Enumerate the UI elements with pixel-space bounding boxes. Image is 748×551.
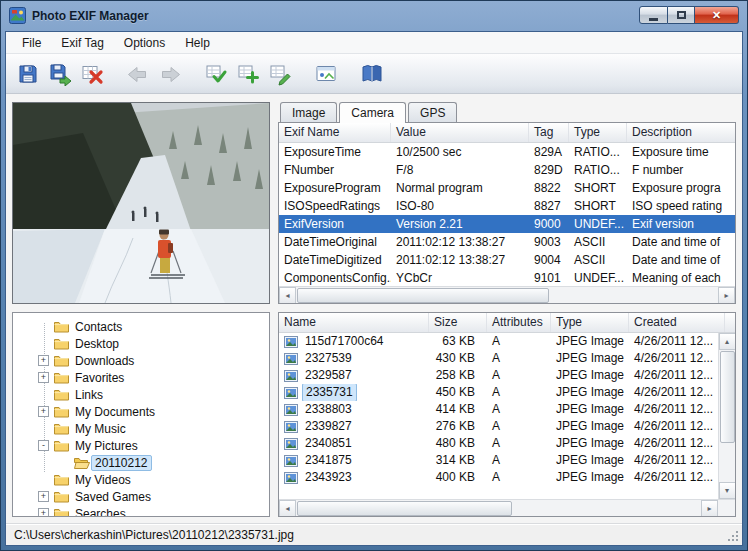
menu-exif-tag[interactable]: Exif Tag xyxy=(51,33,113,53)
tree-item-my-pictures[interactable]: -My Pictures xyxy=(13,437,269,454)
file-cell: 4/26/2011 12... xyxy=(629,333,718,350)
exif-horizontal-scrollbar[interactable]: ◂ ▸ xyxy=(279,286,735,303)
save-as-button[interactable] xyxy=(44,58,76,90)
tree-item-my-videos[interactable]: My Videos xyxy=(13,471,269,488)
file-row[interactable]: 115d71700c6463 KBAJPEG Image4/26/2011 12… xyxy=(279,333,718,350)
exif-column-header[interactable]: Exif Name xyxy=(279,123,391,142)
tree-item-contacts[interactable]: Contacts xyxy=(13,318,269,335)
tree-expander[interactable]: + xyxy=(38,491,49,502)
file-cell: 400 KB xyxy=(429,469,487,486)
validate-tag-button[interactable] xyxy=(200,58,232,90)
exif-column-header[interactable]: Type xyxy=(569,123,627,142)
exif-row[interactable]: ExposureTime10/2500 sec829ARATIO...Expos… xyxy=(279,143,735,161)
tree-item-favorites[interactable]: +Favorites xyxy=(13,369,269,386)
tree-item-my-documents[interactable]: +My Documents xyxy=(13,403,269,420)
tree-expander[interactable]: + xyxy=(38,355,49,366)
tree-expander[interactable]: - xyxy=(38,440,49,451)
scroll-right-icon[interactable]: ▸ xyxy=(718,287,735,304)
save-button[interactable] xyxy=(12,58,44,90)
scroll-left-icon[interactable]: ◂ xyxy=(279,287,296,304)
exif-column-header[interactable]: Value xyxy=(391,123,529,142)
tree-item-searches[interactable]: +Searches xyxy=(13,505,269,517)
delete-tags-button[interactable] xyxy=(76,58,108,90)
file-row[interactable]: 2340851480 KBAJPEG Image4/26/2011 12... xyxy=(279,435,718,452)
files-column-header[interactable]: Name xyxy=(279,313,429,332)
exif-table-header: Exif NameValueTagTypeDescription xyxy=(279,123,735,143)
folder-icon xyxy=(54,337,71,350)
tree-item-desktop[interactable]: Desktop xyxy=(13,335,269,352)
help-button[interactable] xyxy=(356,58,388,90)
file-row[interactable]: 2335731450 KBAJPEG Image4/26/2011 12... xyxy=(279,384,718,401)
exif-row[interactable]: ComponentsConfig...YCbCr9101UNDEF...Mean… xyxy=(279,269,735,286)
tab-image[interactable]: Image xyxy=(280,102,337,122)
tree-expander[interactable]: + xyxy=(38,406,49,417)
tab-gps[interactable]: GPS xyxy=(408,102,457,122)
exif-cell: ISO speed rating xyxy=(627,197,735,215)
undo-button[interactable] xyxy=(122,58,154,90)
file-row[interactable]: 2327539430 KBAJPEG Image4/26/2011 12... xyxy=(279,350,718,367)
exif-row[interactable]: ExifVersionVersion 2.219000UNDEF...Exif … xyxy=(279,215,735,233)
files-vertical-scrollbar[interactable]: ▴ ▾ xyxy=(718,333,735,499)
file-name: 2341875 xyxy=(302,452,355,469)
close-button[interactable]: ✕ xyxy=(695,6,739,24)
tree-label: My Music xyxy=(71,421,130,437)
redo-button[interactable] xyxy=(154,58,186,90)
exif-column-header[interactable]: Description xyxy=(627,123,736,142)
scrollbar-thumb[interactable] xyxy=(720,351,735,443)
scrollbar-corner xyxy=(718,499,735,516)
menu-help[interactable]: Help xyxy=(175,33,220,53)
menu-file[interactable]: File xyxy=(12,33,51,53)
save-as-icon xyxy=(48,62,72,86)
resize-grip[interactable] xyxy=(727,530,740,543)
tree-item-20110212[interactable]: 20110212 xyxy=(13,454,269,471)
exif-row[interactable]: ExposureProgramNormal program8822SHORTEx… xyxy=(279,179,735,197)
files-column-header[interactable]: Attributes xyxy=(487,313,551,332)
exif-row[interactable]: DateTimeOriginal2011:02:12 13:38:279003A… xyxy=(279,233,735,251)
exif-row[interactable]: ISOSpeedRatingsISO-808827SHORTISO speed … xyxy=(279,197,735,215)
scroll-down-icon[interactable]: ▾ xyxy=(719,482,736,499)
scroll-right-icon[interactable]: ▸ xyxy=(701,500,718,517)
exif-cell: Exif version xyxy=(627,215,735,233)
add-tag-button[interactable] xyxy=(232,58,264,90)
tree-expander[interactable]: + xyxy=(38,372,49,383)
file-row[interactable]: 2341875314 KBAJPEG Image4/26/2011 12... xyxy=(279,452,718,469)
file-row[interactable]: 2343923400 KBAJPEG Image4/26/2011 12... xyxy=(279,469,718,486)
exif-row[interactable]: DateTimeDigitized2011:02:12 13:38:279004… xyxy=(279,251,735,269)
exif-cell: Exposure time xyxy=(627,143,735,161)
toolbar-separator xyxy=(342,73,356,74)
preview-panel-button[interactable] xyxy=(310,58,342,90)
file-row[interactable]: 2339827276 KBAJPEG Image4/26/2011 12... xyxy=(279,418,718,435)
top-row: Image Camera GPS Exif NameValueTagTypeDe… xyxy=(12,102,736,304)
file-row[interactable]: 2338803414 KBAJPEG Image4/26/2011 12... xyxy=(279,401,718,418)
tab-camera[interactable]: Camera xyxy=(339,102,406,123)
exif-cell: 10/2500 sec xyxy=(391,143,529,161)
image-file-icon xyxy=(284,404,298,416)
tree-item-my-music[interactable]: My Music xyxy=(13,420,269,437)
minimize-button[interactable] xyxy=(639,6,668,24)
tree-expander[interactable]: + xyxy=(38,508,49,517)
maximize-button[interactable] xyxy=(668,6,695,24)
exif-cell: ExposureTime xyxy=(279,143,391,161)
edit-tag-button[interactable] xyxy=(264,58,296,90)
tree-item-saved-games[interactable]: +Saved Games xyxy=(13,488,269,505)
files-column-header[interactable]: Type xyxy=(551,313,629,332)
scrollbar-thumb[interactable] xyxy=(297,501,512,516)
tree-item-links[interactable]: Links xyxy=(13,386,269,403)
file-cell: 4/26/2011 12... xyxy=(629,384,718,401)
files-column-header[interactable]: Size xyxy=(429,313,487,332)
folder-tree: ContactsDesktop+Downloads+FavoritesLinks… xyxy=(12,312,270,517)
exif-row[interactable]: FNumberF/8829DRATIO...F number xyxy=(279,161,735,179)
client-area: File Exif Tag Options Help xyxy=(5,31,743,546)
scrollbar-thumb[interactable] xyxy=(297,288,549,303)
file-cell: JPEG Image xyxy=(551,401,629,418)
scroll-left-icon[interactable]: ◂ xyxy=(279,500,296,517)
files-column-header[interactable]: Created xyxy=(629,313,725,332)
scroll-up-icon[interactable]: ▴ xyxy=(719,333,736,350)
exif-column-header[interactable]: Tag xyxy=(529,123,569,142)
files-horizontal-scrollbar[interactable]: ◂ ▸ xyxy=(279,499,718,516)
add-tag-icon xyxy=(236,62,260,86)
tree-label: Desktop xyxy=(71,336,123,352)
file-row[interactable]: 2329587258 KBAJPEG Image4/26/2011 12... xyxy=(279,367,718,384)
tree-item-downloads[interactable]: +Downloads xyxy=(13,352,269,369)
menu-options[interactable]: Options xyxy=(114,33,175,53)
